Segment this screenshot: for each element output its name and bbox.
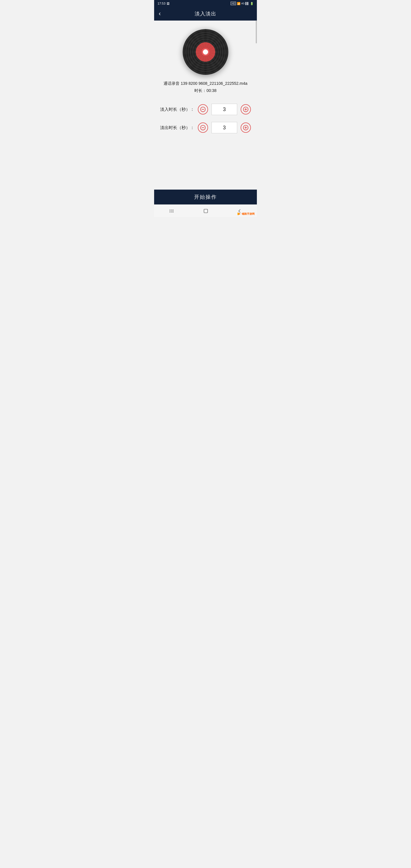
action-button[interactable]: 开始操作 [154, 190, 257, 205]
fade-out-decrement-button[interactable] [198, 123, 208, 133]
status-bar: 17:53 🖼 HD 📶 4G ▌▌ 🔋 [154, 0, 257, 7]
battery-icon: 🔋 [250, 2, 253, 5]
fade-out-increment-button[interactable] [241, 123, 251, 133]
status-time: 17:53 🖼 [158, 2, 169, 5]
brand-label: 铺路手游网 [237, 212, 255, 216]
fade-out-row: 淡出时长（秒）： [160, 122, 251, 133]
fade-in-input[interactable] [212, 104, 237, 115]
file-name: 通话录音 139 8200 9608_221106_222552.m4a [163, 81, 247, 87]
controls-section: 淡入时长（秒）： 淡出时长（秒）： [160, 104, 251, 133]
nav-menu-button[interactable] [168, 208, 175, 214]
vinyl-record [183, 29, 228, 75]
wifi-icon: 📶 [237, 2, 240, 5]
file-duration: 时长：00:38 [194, 88, 216, 93]
fade-in-row: 淡入时长（秒）： [160, 104, 251, 115]
signal-bars-icon: ▌▌ [246, 2, 249, 5]
page-title: 淡入淡出 [195, 10, 216, 17]
status-icons: HD 📶 4G ▌▌ 🔋 [231, 2, 253, 5]
hd-label: HD [231, 2, 236, 5]
fade-out-label: 淡出时长（秒）： [160, 125, 194, 130]
fade-in-decrement-button[interactable] [198, 104, 208, 115]
svg-rect-19 [204, 209, 208, 213]
fade-in-label: 淡入时长（秒）： [160, 107, 194, 112]
main-content: 通话录音 139 8200 9608_221106_222552.m4a 时长：… [154, 21, 257, 190]
time-label: 17:53 [158, 2, 165, 5]
fade-in-increment-button[interactable] [241, 104, 251, 115]
scroll-indicator [256, 21, 257, 43]
signal-label: 4G [241, 2, 245, 5]
photo-icon: 🖼 [167, 2, 169, 5]
nav-bar: 铺路手游网 [154, 205, 257, 217]
back-button[interactable]: ‹ [159, 10, 161, 17]
action-button-label: 开始操作 [194, 194, 217, 200]
header: ‹ 淡入淡出 [154, 7, 257, 21]
fade-out-input[interactable] [212, 122, 237, 133]
nav-home-button[interactable] [203, 208, 209, 214]
brand-text: 铺路手游网 [242, 212, 255, 216]
